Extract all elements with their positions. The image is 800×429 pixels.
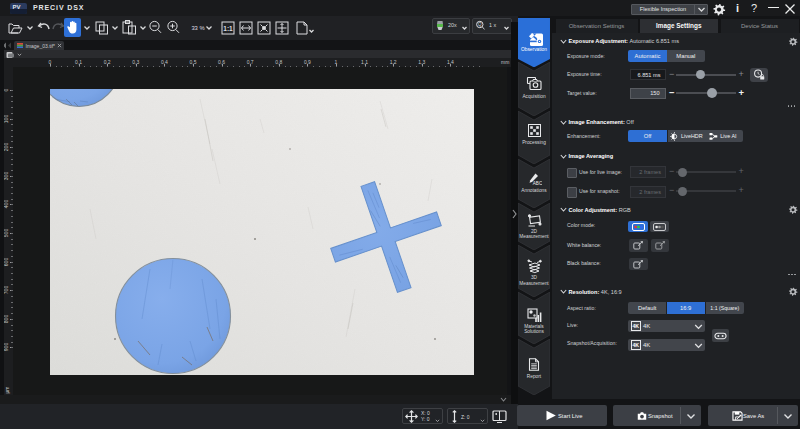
svg-text:ABC: ABC <box>532 180 541 185</box>
svg-text:1:1: 1:1 <box>223 24 233 31</box>
svg-text:Q: Q <box>478 22 482 27</box>
